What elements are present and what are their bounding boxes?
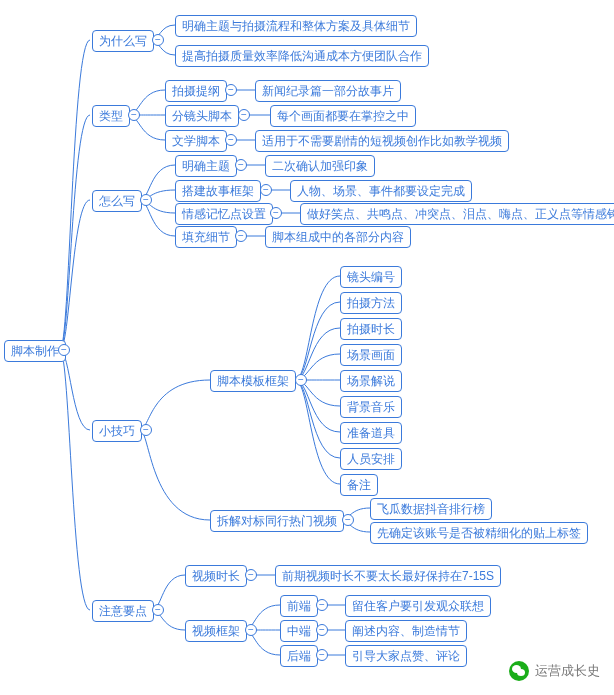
how-item-0[interactable]: 明确主题 [175,155,237,177]
toggle-icon[interactable]: − [316,599,328,611]
toggle-icon[interactable]: − [152,604,164,616]
how-item-2[interactable]: 情感记忆点设置 [175,203,273,225]
how-item-1[interactable]: 搭建故事框架 [175,180,261,202]
type-item-0[interactable]: 拍摄提纲 [165,80,227,102]
frame-note-1[interactable]: 阐述内容、制造情节 [345,620,467,642]
toggle-icon[interactable]: − [225,84,237,96]
template-item-3[interactable]: 场景画面 [340,344,402,366]
frame-item-0[interactable]: 前端 [280,595,318,617]
template-item-2[interactable]: 拍摄时长 [340,318,402,340]
how-note-2[interactable]: 做好笑点、共鸣点、冲突点、泪点、嗨点、正义点等情感钩子 [300,203,614,225]
how-note-0[interactable]: 二次确认加强印象 [265,155,375,177]
toggle-icon[interactable]: − [235,230,247,242]
tips-benchmark[interactable]: 拆解对标同行热门视频 [210,510,344,532]
toggle-icon[interactable]: − [342,514,354,526]
branch-tips[interactable]: 小技巧 [92,420,142,442]
template-item-5[interactable]: 背景音乐 [340,396,402,418]
frame-note-0[interactable]: 留住客户要引发观众联想 [345,595,491,617]
toggle-icon[interactable]: − [270,207,282,219]
toggle-icon[interactable]: − [295,374,307,386]
branch-type[interactable]: 类型 [92,105,130,127]
type-note-2[interactable]: 适用于不需要剧情的短视频创作比如教学视频 [255,130,509,152]
type-note-0[interactable]: 新闻纪录篇一部分故事片 [255,80,401,102]
how-note-1[interactable]: 人物、场景、事件都要设定完成 [290,180,472,202]
toggle-icon[interactable]: − [152,34,164,46]
tips-template[interactable]: 脚本模板框架 [210,370,296,392]
toggle-icon[interactable]: − [140,194,152,206]
branch-how[interactable]: 怎么写 [92,190,142,212]
toggle-icon[interactable]: − [140,424,152,436]
toggle-icon[interactable]: − [128,109,140,121]
watermark-text: 运营成长史 [535,662,600,680]
toggle-icon[interactable]: − [225,134,237,146]
type-note-1[interactable]: 每个画面都要在掌控之中 [270,105,416,127]
type-item-1[interactable]: 分镜头脚本 [165,105,239,127]
toggle-icon[interactable]: − [245,569,257,581]
how-item-3[interactable]: 填充细节 [175,226,237,248]
notes-frame[interactable]: 视频框架 [185,620,247,642]
toggle-icon[interactable]: − [260,184,272,196]
type-item-2[interactable]: 文学脚本 [165,130,227,152]
template-item-0[interactable]: 镜头编号 [340,266,402,288]
watermark: 运营成长史 [509,661,600,681]
template-item-8[interactable]: 备注 [340,474,378,496]
toggle-icon[interactable]: − [235,159,247,171]
how-note-3[interactable]: 脚本组成中的各部分内容 [265,226,411,248]
toggle-icon[interactable]: − [316,624,328,636]
notes-duration[interactable]: 视频时长 [185,565,247,587]
notes-duration-note[interactable]: 前期视频时长不要太长最好保持在7-15S [275,565,501,587]
frame-item-1[interactable]: 中端 [280,620,318,642]
toggle-icon[interactable]: − [316,649,328,661]
frame-item-2[interactable]: 后端 [280,645,318,667]
branch-why[interactable]: 为什么写 [92,30,154,52]
why-item-1[interactable]: 提高拍摄质量效率降低沟通成本方便团队合作 [175,45,429,67]
template-item-4[interactable]: 场景解说 [340,370,402,392]
why-item-0[interactable]: 明确主题与拍摄流程和整体方案及具体细节 [175,15,417,37]
template-item-1[interactable]: 拍摄方法 [340,292,402,314]
toggle-icon[interactable]: − [238,109,250,121]
benchmark-item-0[interactable]: 飞瓜数据抖音排行榜 [370,498,492,520]
frame-note-2[interactable]: 引导大家点赞、评论 [345,645,467,667]
branch-notes[interactable]: 注意要点 [92,600,154,622]
template-item-7[interactable]: 人员安排 [340,448,402,470]
benchmark-item-1[interactable]: 先确定该账号是否被精细化的贴上标签 [370,522,588,544]
root-node[interactable]: 脚本制作 [4,340,66,362]
toggle-icon[interactable]: − [245,624,257,636]
toggle-icon[interactable]: − [58,344,70,356]
wechat-icon [509,661,529,681]
template-item-6[interactable]: 准备道具 [340,422,402,444]
